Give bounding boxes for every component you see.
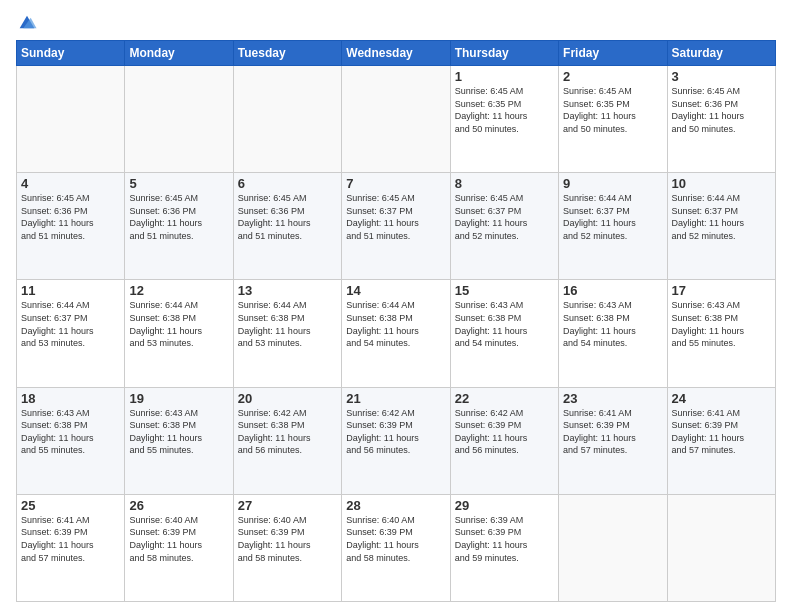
day-number: 13 (238, 283, 337, 298)
calendar-cell: 4Sunrise: 6:45 AM Sunset: 6:36 PM Daylig… (17, 173, 125, 280)
day-info: Sunrise: 6:44 AM Sunset: 6:38 PM Dayligh… (129, 299, 228, 349)
day-number: 22 (455, 391, 554, 406)
calendar-cell: 14Sunrise: 6:44 AM Sunset: 6:38 PM Dayli… (342, 280, 450, 387)
day-info: Sunrise: 6:45 AM Sunset: 6:36 PM Dayligh… (672, 85, 771, 135)
day-info: Sunrise: 6:42 AM Sunset: 6:39 PM Dayligh… (346, 407, 445, 457)
day-info: Sunrise: 6:43 AM Sunset: 6:38 PM Dayligh… (563, 299, 662, 349)
day-number: 24 (672, 391, 771, 406)
day-info: Sunrise: 6:39 AM Sunset: 6:39 PM Dayligh… (455, 514, 554, 564)
calendar-cell: 1Sunrise: 6:45 AM Sunset: 6:35 PM Daylig… (450, 66, 558, 173)
header (16, 12, 776, 34)
calendar-header-row: SundayMondayTuesdayWednesdayThursdayFrid… (17, 41, 776, 66)
day-number: 12 (129, 283, 228, 298)
day-info: Sunrise: 6:43 AM Sunset: 6:38 PM Dayligh… (21, 407, 120, 457)
calendar-cell (342, 66, 450, 173)
day-info: Sunrise: 6:45 AM Sunset: 6:36 PM Dayligh… (129, 192, 228, 242)
day-number: 6 (238, 176, 337, 191)
day-info: Sunrise: 6:45 AM Sunset: 6:36 PM Dayligh… (238, 192, 337, 242)
calendar-cell: 22Sunrise: 6:42 AM Sunset: 6:39 PM Dayli… (450, 387, 558, 494)
calendar-cell: 27Sunrise: 6:40 AM Sunset: 6:39 PM Dayli… (233, 494, 341, 601)
calendar-cell: 5Sunrise: 6:45 AM Sunset: 6:36 PM Daylig… (125, 173, 233, 280)
calendar-cell: 8Sunrise: 6:45 AM Sunset: 6:37 PM Daylig… (450, 173, 558, 280)
calendar-cell: 17Sunrise: 6:43 AM Sunset: 6:38 PM Dayli… (667, 280, 775, 387)
calendar-day-header: Thursday (450, 41, 558, 66)
day-info: Sunrise: 6:43 AM Sunset: 6:38 PM Dayligh… (455, 299, 554, 349)
calendar-cell: 9Sunrise: 6:44 AM Sunset: 6:37 PM Daylig… (559, 173, 667, 280)
calendar-cell: 19Sunrise: 6:43 AM Sunset: 6:38 PM Dayli… (125, 387, 233, 494)
day-info: Sunrise: 6:45 AM Sunset: 6:37 PM Dayligh… (346, 192, 445, 242)
calendar-day-header: Monday (125, 41, 233, 66)
calendar-cell (559, 494, 667, 601)
day-info: Sunrise: 6:45 AM Sunset: 6:35 PM Dayligh… (563, 85, 662, 135)
calendar-cell: 24Sunrise: 6:41 AM Sunset: 6:39 PM Dayli… (667, 387, 775, 494)
day-info: Sunrise: 6:42 AM Sunset: 6:39 PM Dayligh… (455, 407, 554, 457)
day-number: 28 (346, 498, 445, 513)
day-info: Sunrise: 6:40 AM Sunset: 6:39 PM Dayligh… (129, 514, 228, 564)
calendar-week-row: 1Sunrise: 6:45 AM Sunset: 6:35 PM Daylig… (17, 66, 776, 173)
day-number: 18 (21, 391, 120, 406)
day-info: Sunrise: 6:40 AM Sunset: 6:39 PM Dayligh… (238, 514, 337, 564)
calendar-cell: 26Sunrise: 6:40 AM Sunset: 6:39 PM Dayli… (125, 494, 233, 601)
calendar-cell (125, 66, 233, 173)
calendar-day-header: Tuesday (233, 41, 341, 66)
day-info: Sunrise: 6:44 AM Sunset: 6:37 PM Dayligh… (672, 192, 771, 242)
calendar-cell: 12Sunrise: 6:44 AM Sunset: 6:38 PM Dayli… (125, 280, 233, 387)
logo-icon (16, 12, 38, 34)
calendar-cell: 16Sunrise: 6:43 AM Sunset: 6:38 PM Dayli… (559, 280, 667, 387)
day-info: Sunrise: 6:44 AM Sunset: 6:38 PM Dayligh… (238, 299, 337, 349)
page: SundayMondayTuesdayWednesdayThursdayFrid… (0, 0, 792, 612)
day-number: 26 (129, 498, 228, 513)
calendar-day-header: Wednesday (342, 41, 450, 66)
day-number: 5 (129, 176, 228, 191)
day-number: 25 (21, 498, 120, 513)
calendar-day-header: Friday (559, 41, 667, 66)
calendar-cell: 29Sunrise: 6:39 AM Sunset: 6:39 PM Dayli… (450, 494, 558, 601)
day-number: 7 (346, 176, 445, 191)
calendar-cell: 6Sunrise: 6:45 AM Sunset: 6:36 PM Daylig… (233, 173, 341, 280)
day-number: 15 (455, 283, 554, 298)
day-number: 14 (346, 283, 445, 298)
day-number: 1 (455, 69, 554, 84)
day-info: Sunrise: 6:42 AM Sunset: 6:38 PM Dayligh… (238, 407, 337, 457)
day-number: 11 (21, 283, 120, 298)
day-info: Sunrise: 6:44 AM Sunset: 6:37 PM Dayligh… (21, 299, 120, 349)
calendar-week-row: 18Sunrise: 6:43 AM Sunset: 6:38 PM Dayli… (17, 387, 776, 494)
calendar-cell (667, 494, 775, 601)
calendar-cell: 3Sunrise: 6:45 AM Sunset: 6:36 PM Daylig… (667, 66, 775, 173)
calendar-cell: 20Sunrise: 6:42 AM Sunset: 6:38 PM Dayli… (233, 387, 341, 494)
day-info: Sunrise: 6:45 AM Sunset: 6:35 PM Dayligh… (455, 85, 554, 135)
day-number: 29 (455, 498, 554, 513)
day-number: 23 (563, 391, 662, 406)
day-number: 16 (563, 283, 662, 298)
logo (16, 12, 42, 34)
calendar-table: SundayMondayTuesdayWednesdayThursdayFrid… (16, 40, 776, 602)
calendar-cell: 7Sunrise: 6:45 AM Sunset: 6:37 PM Daylig… (342, 173, 450, 280)
calendar-week-row: 4Sunrise: 6:45 AM Sunset: 6:36 PM Daylig… (17, 173, 776, 280)
calendar-cell: 21Sunrise: 6:42 AM Sunset: 6:39 PM Dayli… (342, 387, 450, 494)
day-info: Sunrise: 6:41 AM Sunset: 6:39 PM Dayligh… (21, 514, 120, 564)
day-info: Sunrise: 6:44 AM Sunset: 6:37 PM Dayligh… (563, 192, 662, 242)
day-number: 4 (21, 176, 120, 191)
day-info: Sunrise: 6:43 AM Sunset: 6:38 PM Dayligh… (129, 407, 228, 457)
day-info: Sunrise: 6:44 AM Sunset: 6:38 PM Dayligh… (346, 299, 445, 349)
day-number: 20 (238, 391, 337, 406)
calendar-cell: 25Sunrise: 6:41 AM Sunset: 6:39 PM Dayli… (17, 494, 125, 601)
calendar-cell: 2Sunrise: 6:45 AM Sunset: 6:35 PM Daylig… (559, 66, 667, 173)
day-info: Sunrise: 6:43 AM Sunset: 6:38 PM Dayligh… (672, 299, 771, 349)
calendar-week-row: 25Sunrise: 6:41 AM Sunset: 6:39 PM Dayli… (17, 494, 776, 601)
day-info: Sunrise: 6:45 AM Sunset: 6:36 PM Dayligh… (21, 192, 120, 242)
day-number: 10 (672, 176, 771, 191)
calendar-day-header: Saturday (667, 41, 775, 66)
day-number: 17 (672, 283, 771, 298)
day-number: 27 (238, 498, 337, 513)
calendar-cell: 13Sunrise: 6:44 AM Sunset: 6:38 PM Dayli… (233, 280, 341, 387)
calendar-cell (233, 66, 341, 173)
calendar-cell: 10Sunrise: 6:44 AM Sunset: 6:37 PM Dayli… (667, 173, 775, 280)
calendar-cell: 11Sunrise: 6:44 AM Sunset: 6:37 PM Dayli… (17, 280, 125, 387)
calendar-cell: 18Sunrise: 6:43 AM Sunset: 6:38 PM Dayli… (17, 387, 125, 494)
calendar-cell (17, 66, 125, 173)
day-info: Sunrise: 6:40 AM Sunset: 6:39 PM Dayligh… (346, 514, 445, 564)
calendar-day-header: Sunday (17, 41, 125, 66)
day-number: 19 (129, 391, 228, 406)
day-number: 21 (346, 391, 445, 406)
